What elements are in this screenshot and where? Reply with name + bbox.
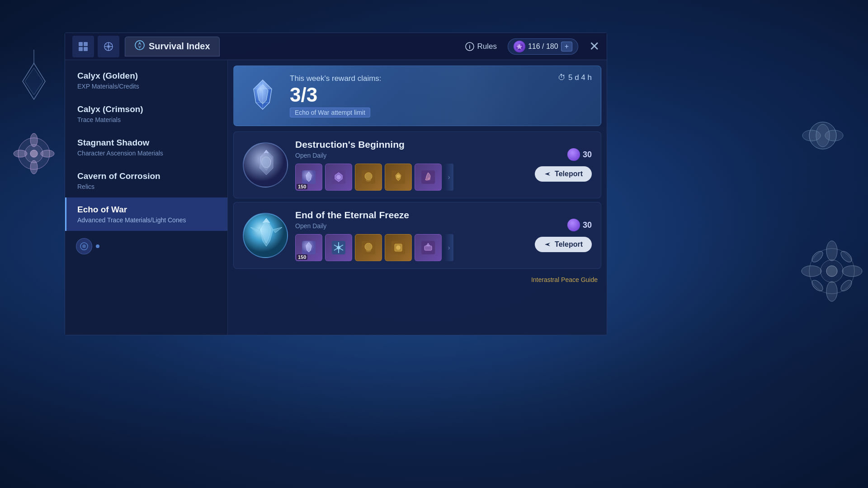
boss-schedule-freeze: Open Daily	[295, 222, 528, 230]
timer-icon: ⏱	[558, 73, 566, 82]
svg-text:i: i	[469, 44, 471, 50]
boss-entry-destruction: Destruction's Beginning Open Daily	[233, 131, 601, 198]
svg-point-54	[262, 157, 271, 168]
cost-orb-destruction	[567, 148, 580, 161]
item-badge-1: 150	[297, 184, 307, 189]
svg-point-60	[336, 175, 341, 179]
sidebar-item-echo-of-war[interactable]: Echo of War Advanced Trace Materials/Lig…	[65, 197, 227, 231]
cost-value-freeze: 30	[583, 221, 592, 230]
banner-bg-decoration	[397, 66, 533, 126]
content-footer: Interastral Peace Guide	[228, 272, 607, 287]
tab-label: Survival Index	[149, 41, 210, 52]
sidebar-item-calyx-crimson-title: Calyx (Crimson)	[77, 104, 217, 114]
rules-button[interactable]: i Rules	[465, 42, 496, 51]
sidebar-footer	[65, 231, 227, 262]
boss-schedule-destruction: Open Daily	[295, 152, 528, 159]
boss-items-freeze: 150	[295, 234, 528, 261]
svg-rect-28	[84, 47, 88, 51]
svg-point-68	[428, 178, 430, 180]
more-items-1: ›	[444, 164, 453, 191]
svg-point-88	[396, 245, 401, 250]
svg-marker-36	[138, 42, 142, 45]
content-area: This week's reward claims: 3/3 Echo of W…	[228, 60, 607, 335]
svg-rect-25	[79, 42, 83, 46]
sidebar-item-cavern-corrosion-sub: Relics	[77, 183, 217, 190]
nav-dot	[96, 244, 99, 248]
item-slot-2	[325, 164, 352, 191]
sidebar: Calyx (Golden) EXP Materials/Credits Cal…	[65, 60, 228, 335]
item-slot-5	[415, 164, 442, 191]
svg-point-34	[107, 45, 110, 48]
freeze-item-slot-3	[355, 234, 382, 261]
svg-point-63	[366, 178, 371, 182]
sidebar-item-calyx-crimson[interactable]: Calyx (Crimson) Trace Materials	[65, 97, 227, 131]
cost-value-destruction: 30	[583, 150, 592, 160]
stamina-value: 116 / 180	[528, 42, 558, 51]
teleport-button-destruction[interactable]: Teleport	[535, 166, 592, 182]
sidebar-item-stagnant-shadow[interactable]: Stagnant Shadow Character Ascension Mate…	[65, 131, 227, 164]
rules-label: Rules	[477, 42, 496, 51]
tab-icon-2[interactable]	[98, 36, 119, 57]
banner-sublabel: Echo of War attempt limit	[290, 108, 370, 117]
sidebar-item-cavern-corrosion[interactable]: Cavern of Corrosion Relics	[65, 164, 227, 197]
sidebar-item-calyx-golden[interactable]: Calyx (Golden) EXP Materials/Credits	[65, 64, 227, 97]
boss-name-destruction: Destruction's Beginning	[295, 139, 528, 150]
svg-rect-90	[425, 246, 432, 250]
boss-items-destruction: 150	[295, 164, 528, 191]
svg-marker-49	[263, 80, 272, 89]
sidebar-item-stagnant-shadow-title: Stagnant Shadow	[77, 138, 217, 148]
title-bar: Survival Index i Rules	[65, 33, 607, 60]
stamina-bar: 116 / 180 +	[508, 38, 578, 55]
teleport-label-freeze: Teleport	[555, 240, 583, 249]
sidebar-item-cavern-corrosion-title: Cavern of Corrosion	[77, 171, 217, 181]
active-tab: Survival Index	[125, 37, 220, 56]
banner-crystal-icon	[245, 78, 281, 114]
boss-right-destruction: 30 Teleport	[535, 148, 592, 182]
sidebar-item-calyx-golden-title: Calyx (Golden)	[77, 71, 217, 81]
svg-point-66	[396, 174, 400, 178]
nav-circle-1[interactable]	[76, 238, 92, 254]
cost-display-freeze: 30	[567, 219, 592, 231]
sidebar-item-calyx-crimson-sub: Trace Materials	[77, 116, 217, 123]
footer-label: Interastral Peace Guide	[531, 276, 598, 283]
cost-display-destruction: 30	[567, 148, 592, 161]
svg-rect-27	[79, 47, 83, 51]
sidebar-item-echo-of-war-sub: Advanced Trace Materials/Light Cones	[77, 216, 217, 224]
boss-avatar-destruction	[243, 142, 288, 188]
svg-marker-50	[254, 80, 263, 89]
boss-info-destruction: Destruction's Beginning Open Daily	[295, 139, 528, 191]
freeze-item-slot-4	[385, 234, 412, 261]
boss-info-freeze: End of the Eternal Freeze Open Daily	[295, 210, 528, 261]
freeze-item-slot-5	[415, 234, 442, 261]
window-body: Calyx (Golden) EXP Materials/Credits Cal…	[65, 60, 607, 335]
boss-right-freeze: 30 Teleport	[535, 219, 592, 252]
tab-icon-1[interactable]	[72, 36, 94, 57]
more-items-2: ›	[444, 234, 453, 261]
teleport-button-freeze[interactable]: Teleport	[535, 237, 592, 252]
sidebar-item-stagnant-shadow-sub: Character Ascension Materials	[77, 150, 217, 157]
sidebar-item-echo-of-war-title: Echo of War	[77, 205, 217, 215]
svg-point-85	[366, 249, 371, 252]
svg-rect-26	[84, 42, 88, 46]
svg-point-82	[337, 246, 340, 249]
item-slot-3	[355, 164, 382, 191]
close-button[interactable]: ✕	[589, 39, 599, 54]
main-window: Survival Index i Rules	[65, 33, 607, 335]
boss-name-freeze: End of the Eternal Freeze	[295, 210, 528, 221]
item-slot-4	[385, 164, 412, 191]
banner-timer: ⏱ 5 d 4 h	[558, 73, 592, 82]
tab-survival-icon	[134, 40, 145, 53]
teleport-label-destruction: Teleport	[555, 170, 583, 178]
sidebar-item-calyx-golden-sub: EXP Materials/Credits	[77, 83, 217, 90]
stamina-icon	[514, 41, 525, 52]
timer-value: 5 d 4 h	[568, 73, 592, 82]
week-reward-banner: This week's reward claims: 3/3 Echo of W…	[233, 66, 601, 126]
freeze-item-slot-2	[325, 234, 352, 261]
boss-entry-eternal-freeze: End of the Eternal Freeze Open Daily	[233, 202, 601, 269]
freeze-item-slot-1: 150	[295, 234, 322, 261]
item-slot-1: 150	[295, 164, 322, 191]
freeze-item-badge-1: 150	[297, 254, 307, 260]
stamina-plus-button[interactable]: +	[561, 42, 572, 52]
boss-avatar-freeze	[243, 213, 288, 258]
svg-point-43	[82, 244, 86, 248]
